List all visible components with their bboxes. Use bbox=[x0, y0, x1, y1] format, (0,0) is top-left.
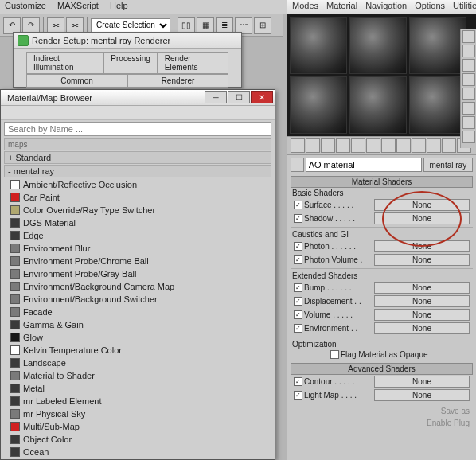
slot-contour[interactable]: None bbox=[374, 376, 470, 388]
tab-processing[interactable]: Processing bbox=[103, 52, 157, 74]
slot-photon-volume[interactable]: None bbox=[374, 254, 470, 266]
slot-displacement[interactable]: None bbox=[374, 295, 470, 307]
checkbox-photon-volume[interactable] bbox=[294, 255, 302, 264]
checkbox-photon[interactable] bbox=[294, 242, 302, 251]
list-item[interactable]: Car Paint bbox=[4, 191, 271, 204]
backlight-icon[interactable] bbox=[462, 45, 475, 57]
list-item[interactable]: mr Labeled Element bbox=[4, 395, 271, 407]
menu-modes[interactable]: Modes bbox=[292, 1, 318, 13]
close-button[interactable]: ✕ bbox=[251, 91, 273, 103]
menu-options[interactable]: Options bbox=[415, 1, 445, 13]
list-item[interactable]: Environment Probe/Chrome Ball bbox=[4, 255, 271, 267]
checkbox-light-map[interactable] bbox=[294, 391, 302, 400]
minimize-button[interactable]: ─ bbox=[205, 91, 227, 103]
menu-navigation[interactable]: Navigation bbox=[365, 1, 407, 13]
go-parent-icon[interactable] bbox=[442, 138, 456, 153]
menu-material[interactable]: Material bbox=[326, 1, 357, 13]
maximize-button[interactable]: ☐ bbox=[228, 91, 250, 103]
category-mental-ray[interactable]: - mental ray bbox=[4, 165, 271, 177]
material-type-button[interactable]: mental ray bbox=[423, 158, 473, 172]
list-item[interactable]: Environment Probe/Gray Ball bbox=[4, 267, 271, 280]
list-item[interactable]: Material to Shader bbox=[4, 369, 271, 382]
list-item[interactable]: DGS Material bbox=[4, 216, 271, 229]
menu-maxscript[interactable]: MAXScript bbox=[57, 1, 99, 13]
render-setup-title-bar[interactable]: Render Setup: mental ray Renderer bbox=[14, 33, 241, 49]
make-preview-icon[interactable] bbox=[462, 102, 475, 115]
get-material-icon[interactable] bbox=[291, 138, 305, 153]
list-item[interactable]: Glow bbox=[4, 331, 271, 344]
reset-map-icon[interactable] bbox=[336, 138, 350, 153]
put-to-library-icon[interactable] bbox=[381, 138, 396, 153]
tab-indirect-illumination[interactable]: Indirect Illumination bbox=[26, 52, 103, 74]
checkbox-bump[interactable] bbox=[294, 283, 302, 292]
list-item[interactable]: Environment/Background Switcher bbox=[4, 293, 271, 306]
checkbox-displacement[interactable] bbox=[294, 297, 302, 306]
material-slot[interactable] bbox=[409, 76, 466, 134]
make-copy-icon[interactable] bbox=[351, 138, 365, 153]
tab-renderer[interactable]: Renderer bbox=[127, 74, 228, 88]
slot-photon[interactable]: None bbox=[374, 240, 470, 252]
slot-volume[interactable]: None bbox=[374, 309, 470, 321]
rollout-material-shaders[interactable]: Material Shaders bbox=[291, 176, 473, 188]
schematic-icon[interactable]: ⊞ bbox=[254, 17, 271, 34]
checkbox-shadow[interactable] bbox=[294, 214, 302, 223]
list-item[interactable]: Facade bbox=[4, 306, 271, 318]
category-standard[interactable]: + Standard bbox=[4, 151, 271, 164]
search-input[interactable] bbox=[4, 122, 271, 136]
sample-uv-icon[interactable] bbox=[462, 73, 475, 86]
put-material-icon[interactable] bbox=[306, 138, 320, 153]
browser-title-bar[interactable]: Material/Map Browser ─ ☐ ✕ bbox=[1, 90, 275, 106]
rollout-advanced-shaders[interactable]: Advanced Shaders bbox=[291, 363, 473, 375]
checkbox-volume[interactable] bbox=[294, 310, 302, 319]
material-slot[interactable] bbox=[290, 76, 347, 134]
checkbox-surface[interactable] bbox=[294, 201, 302, 209]
assign-material-icon[interactable] bbox=[321, 138, 335, 153]
list-item[interactable]: Metal bbox=[4, 382, 271, 395]
list-item[interactable]: Color Override/Ray Type Switcher bbox=[4, 204, 271, 216]
slot-surface[interactable]: None bbox=[374, 199, 470, 211]
list-item[interactable]: Environment/Background Camera Map bbox=[4, 280, 271, 293]
slot-bump[interactable]: None bbox=[374, 282, 470, 294]
list-item[interactable]: Ocean bbox=[4, 446, 271, 458]
background-icon[interactable] bbox=[462, 59, 475, 72]
make-unique-icon[interactable] bbox=[366, 138, 380, 153]
menu-customize[interactable]: Customize bbox=[5, 1, 46, 13]
material-list[interactable]: Ambient/Reflective OcclusionCar PaintCol… bbox=[1, 178, 275, 460]
selection-set-dropdown[interactable]: Create Selection Se bbox=[91, 18, 170, 33]
tab-render-elements[interactable]: Render Elements bbox=[158, 52, 228, 74]
list-item[interactable]: Landscape bbox=[4, 357, 271, 369]
list-item[interactable]: mr Physical Sky bbox=[4, 407, 271, 420]
show-map-icon[interactable] bbox=[412, 138, 426, 153]
checkbox-contour[interactable] bbox=[294, 377, 302, 386]
menu-help[interactable]: Help bbox=[110, 1, 128, 13]
show-end-result-icon[interactable] bbox=[427, 138, 441, 153]
pick-material-icon[interactable] bbox=[291, 158, 304, 172]
list-item[interactable]: Ambient/Reflective Occlusion bbox=[4, 178, 271, 191]
options-icon[interactable] bbox=[462, 116, 475, 129]
list-item[interactable]: Edge bbox=[4, 229, 271, 242]
category-maps[interactable]: maps bbox=[4, 138, 271, 150]
video-check-icon[interactable] bbox=[462, 88, 475, 100]
material-name-field[interactable] bbox=[306, 158, 422, 172]
checkbox-flag-opaque[interactable] bbox=[330, 350, 339, 359]
material-preview-grid[interactable] bbox=[287, 14, 476, 136]
list-item[interactable]: Multi/Sub-Map bbox=[4, 420, 271, 433]
material-id-icon[interactable] bbox=[396, 138, 411, 153]
slot-environment[interactable]: None bbox=[374, 322, 470, 334]
sample-type-icon[interactable] bbox=[462, 30, 475, 43]
material-slot[interactable] bbox=[349, 17, 407, 74]
save-as-button[interactable]: Save as bbox=[441, 407, 470, 415]
slot-light-map[interactable]: None bbox=[374, 389, 470, 401]
list-item[interactable]: Environment Blur bbox=[4, 242, 271, 255]
select-by-material-icon[interactable] bbox=[462, 131, 475, 143]
material-slot[interactable] bbox=[290, 17, 347, 74]
menu-utilities[interactable]: Utilities bbox=[453, 1, 476, 13]
slot-shadow[interactable]: None bbox=[374, 212, 470, 224]
checkbox-environment[interactable] bbox=[294, 324, 302, 333]
material-slot[interactable] bbox=[409, 17, 466, 74]
tab-common[interactable]: Common bbox=[26, 74, 127, 88]
list-item[interactable]: Gamma & Gain bbox=[4, 318, 271, 331]
list-item[interactable]: Object Color bbox=[4, 433, 271, 446]
material-slot[interactable] bbox=[349, 76, 407, 134]
list-item[interactable]: Kelvin Temperature Color bbox=[4, 344, 271, 357]
